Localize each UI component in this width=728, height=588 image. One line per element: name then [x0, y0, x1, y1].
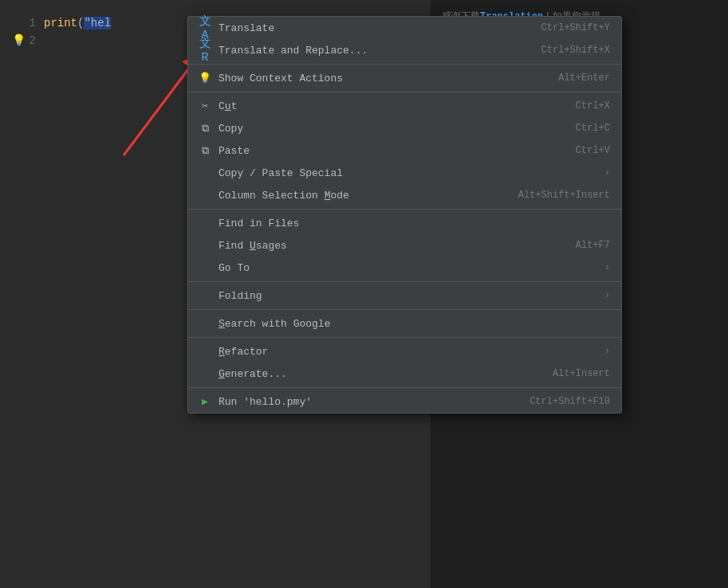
menu-icon-translate-replace: 文R [198, 36, 212, 65]
menu-shortcut-run: Ctrl+Shift+F10 [529, 396, 610, 407]
context-menu: 文ATranslateCtrl+Shift+Y文RTranslate and R… [187, 16, 622, 414]
menu-item-translate-replace[interactable]: 文RTranslate and Replace...Ctrl+Shift+X [188, 39, 621, 61]
menu-label-column-selection: Column Selection Mode [218, 190, 349, 202]
menu-label-folding: Folding [218, 290, 262, 302]
menu-arrow-refactor: › [604, 346, 610, 357]
menu-right-find-usages: Alt+F7 [576, 240, 610, 251]
menu-item-generate[interactable]: Generate...Alt+Insert [188, 363, 621, 385]
menu-shortcut-copy: Ctrl+C [576, 123, 610, 134]
menu-arrow-folding: › [604, 290, 610, 301]
menu-item-cut[interactable]: ✂CutCtrl+X [188, 95, 621, 117]
menu-shortcut-paste: Ctrl+V [576, 145, 610, 156]
menu-label-copy-paste-special: Copy / Paste Special [218, 167, 343, 179]
menu-right-cut: Ctrl+X [576, 100, 610, 112]
menu-label-run: Run 'hello.pmy' [218, 396, 312, 408]
menu-item-left-cut: ✂Cut [198, 100, 237, 112]
menu-label-show-context: Show Context Actions [218, 73, 343, 84]
bulb-icon: 💡 [12, 34, 26, 47]
menu-label-go-to: Go To [218, 262, 250, 274]
menu-item-left-refactor: Refactor [198, 346, 268, 358]
menu-label-generate: Generate... [218, 368, 287, 380]
menu-right-show-context: Alt+Enter [558, 73, 610, 84]
menu-right-column-selection: Alt+Shift+Insert [518, 190, 610, 201]
menu-item-run[interactable]: ▶Run 'hello.pmy'Ctrl+Shift+F10 [188, 390, 621, 413]
menu-label-translate-replace: Translate and Replace... [218, 45, 368, 57]
menu-right-translate: Ctrl+Shift+Y [541, 22, 610, 33]
menu-item-copy[interactable]: ⧉CopyCtrl+C [188, 117, 621, 139]
menu-right-refactor: › [604, 346, 610, 357]
menu-item-left-folding: Folding [198, 290, 262, 302]
menu-label-copy: Copy [218, 123, 243, 135]
menu-shortcut-translate-replace: Ctrl+Shift+X [541, 45, 610, 56]
separator-separator5 [188, 309, 621, 310]
menu-item-left-show-context: 💡Show Context Actions [198, 72, 343, 84]
menu-label-translate: Translate [218, 22, 274, 34]
menu-right-copy-paste-special: › [604, 167, 610, 178]
menu-label-cut: Cut [218, 100, 237, 112]
menu-label-search-google: Search with Google [218, 318, 330, 330]
menu-item-find-usages[interactable]: Find UsagesAlt+F7 [188, 234, 621, 257]
menu-item-left-find-usages: Find Usages [198, 240, 287, 252]
menu-arrow-go-to: › [604, 262, 610, 273]
menu-right-generate: Alt+Insert [553, 368, 610, 379]
menu-item-show-context[interactable]: 💡Show Context ActionsAlt+Enter [188, 67, 621, 89]
menu-shortcut-generate: Alt+Insert [553, 368, 610, 379]
menu-icon-show-context: 💡 [198, 72, 212, 84]
separator-separator4 [188, 281, 621, 282]
separator-separator7 [188, 387, 621, 388]
menu-item-left-translate-replace: 文RTranslate and Replace... [198, 36, 368, 65]
menu-right-run: Ctrl+Shift+F10 [529, 396, 610, 407]
menu-icon-copy: ⧉ [198, 123, 212, 135]
menu-right-folding: › [604, 290, 610, 301]
menu-label-refactor: Refactor [218, 346, 268, 358]
menu-shortcut-find-usages: Alt+F7 [576, 240, 610, 251]
separator-separator6 [188, 337, 621, 338]
menu-item-left-run: ▶Run 'hello.pmy' [198, 395, 312, 408]
menu-label-find-usages: Find Usages [218, 240, 287, 252]
menu-shortcut-translate: Ctrl+Shift+Y [541, 22, 610, 33]
code-function: print [44, 17, 77, 29]
menu-item-folding[interactable]: Folding› [188, 284, 621, 307]
menu-item-left-generate: Generate... [198, 368, 287, 380]
menu-item-left-copy-paste-special: Copy / Paste Special [198, 167, 343, 179]
menu-item-paste[interactable]: ⧉PasteCtrl+V [188, 139, 621, 162]
menu-item-left-search-google: Search with Google [198, 318, 330, 330]
menu-item-copy-paste-special[interactable]: Copy / Paste Special› [188, 162, 621, 184]
menu-item-refactor[interactable]: Refactor› [188, 340, 621, 363]
menu-shortcut-column-selection: Alt+Shift+Insert [518, 190, 610, 201]
menu-item-search-google[interactable]: Search with Google [188, 312, 621, 335]
menu-item-left-copy: ⧉Copy [198, 123, 243, 135]
menu-item-left-column-selection: Column Selection Mode [198, 190, 349, 202]
separator-separator2 [188, 92, 621, 92]
menu-right-paste: Ctrl+V [576, 145, 610, 156]
menu-icon-cut: ✂ [198, 100, 212, 112]
menu-arrow-copy-paste-special: › [604, 167, 610, 178]
line-number-1: 1 [0, 14, 44, 32]
menu-right-copy: Ctrl+C [576, 123, 610, 134]
menu-item-left-paste: ⧉Paste [198, 145, 250, 157]
menu-icon-paste: ⧉ [198, 145, 212, 157]
menu-item-left-go-to: Go To [198, 262, 250, 274]
menu-shortcut-cut: Ctrl+X [576, 100, 610, 112]
menu-item-find-in-files[interactable]: Find in Files [188, 212, 621, 234]
line-numbers: 1 2 [0, 0, 44, 588]
menu-item-left-find-in-files: Find in Files [198, 218, 299, 229]
menu-item-go-to[interactable]: Go To› [188, 257, 621, 279]
menu-item-column-selection[interactable]: Column Selection ModeAlt+Shift+Insert [188, 184, 621, 206]
menu-label-find-in-files: Find in Files [218, 218, 299, 229]
menu-right-go-to: › [604, 262, 610, 273]
menu-right-translate-replace: Ctrl+Shift+X [541, 45, 610, 56]
menu-label-paste: Paste [218, 145, 250, 157]
menu-shortcut-show-context: Alt+Enter [558, 73, 610, 84]
code-selected-text: "hel [84, 17, 111, 29]
menu-icon-run: ▶ [198, 395, 212, 408]
separator-separator3 [188, 209, 621, 210]
